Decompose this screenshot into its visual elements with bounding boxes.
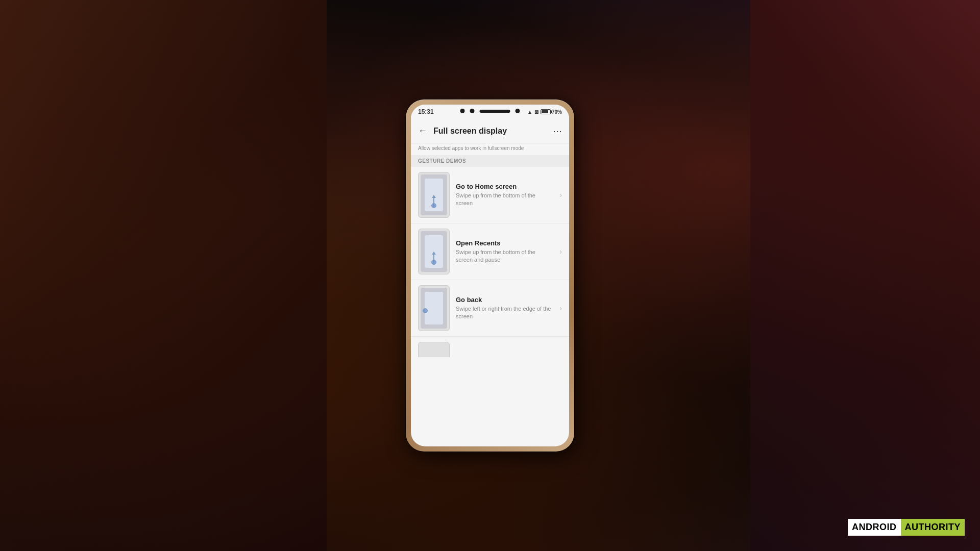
speaker (480, 110, 510, 113)
battery-indicator: 70% (541, 109, 562, 115)
wall-right (750, 0, 980, 551)
gesture-item-back[interactable]: Go back Swipe left or right from the edg… (411, 280, 569, 337)
sensor-dot-2 (516, 109, 520, 113)
wall-left (0, 0, 327, 551)
phone-wrapper: 15:31 ▲ ⊠ 70% ← Full screen display ⋯ (406, 99, 574, 452)
gesture-item-home[interactable]: Go to Home screen Swipe up from the bott… (411, 167, 569, 223)
chevron-right-recents: › (559, 247, 562, 256)
status-time: 15:31 (418, 108, 434, 115)
gesture-list: Go to Home screen Swipe up from the bott… (411, 167, 569, 357)
gesture-thumb-home (418, 172, 450, 218)
touch-dot (431, 203, 436, 208)
status-icons: ▲ ⊠ 70% (527, 109, 562, 115)
watermark-android: ANDROID (848, 519, 901, 536)
gesture-item-partial (411, 337, 569, 357)
battery-fill (542, 110, 548, 113)
gesture-title-back: Go back (456, 296, 553, 304)
thumb-inner (421, 174, 447, 215)
gesture-desc-recents: Swipe up from the bottom of the screen a… (456, 248, 553, 264)
signal-icon: ⊠ (534, 109, 538, 115)
watermark: ANDROID AUTHORITY (848, 519, 965, 536)
thumb-screen-back (425, 292, 443, 324)
gesture-info-recents: Open Recents Swipe up from the bottom of… (456, 239, 553, 264)
section-header: GESTURE DEMOS (411, 155, 569, 167)
battery-percent: 70% (552, 109, 562, 115)
gesture-item-recents[interactable]: Open Recents Swipe up from the bottom of… (411, 223, 569, 280)
chevron-right-home: › (559, 191, 562, 199)
gesture-thumb-partial (418, 342, 450, 357)
gesture-desc-back: Swipe left or right from the edge of the… (456, 305, 553, 321)
touch-dot-back (423, 308, 428, 313)
watermark-authority: AUTHORITY (901, 519, 965, 536)
subtitle-bar: Allow selected apps to work in fullscree… (411, 143, 569, 155)
phone-top-sensors (460, 109, 520, 113)
gesture-thumb-recents (418, 229, 450, 274)
thumb-inner-recents (421, 231, 447, 272)
gesture-info-back: Go back Swipe left or right from the edg… (456, 296, 553, 321)
more-button[interactable]: ⋯ (553, 126, 562, 137)
back-button[interactable]: ← (418, 126, 427, 136)
touch-dot-recents (431, 260, 436, 265)
gesture-info-home: Go to Home screen Swipe up from the bott… (456, 183, 553, 208)
sensor-dot (470, 109, 475, 113)
gesture-desc-home: Swipe up from the bottom of the screen (456, 192, 553, 208)
subtitle-text: Allow selected apps to work in fullscree… (418, 145, 562, 151)
front-camera (460, 109, 465, 113)
thumb-inner-back (421, 288, 447, 329)
battery-body (541, 109, 551, 114)
phone-device: 15:31 ▲ ⊠ 70% ← Full screen display ⋯ (406, 99, 574, 452)
app-bar: ← Full screen display ⋯ (411, 119, 569, 143)
gesture-thumb-back (418, 285, 450, 331)
page-title: Full screen display (433, 127, 547, 136)
gesture-title-recents: Open Recents (456, 239, 553, 247)
wifi-icon: ▲ (527, 109, 532, 115)
gesture-title-home: Go to Home screen (456, 183, 553, 190)
phone-screen: 15:31 ▲ ⊠ 70% ← Full screen display ⋯ (411, 105, 569, 446)
chevron-right-back: › (559, 304, 562, 312)
